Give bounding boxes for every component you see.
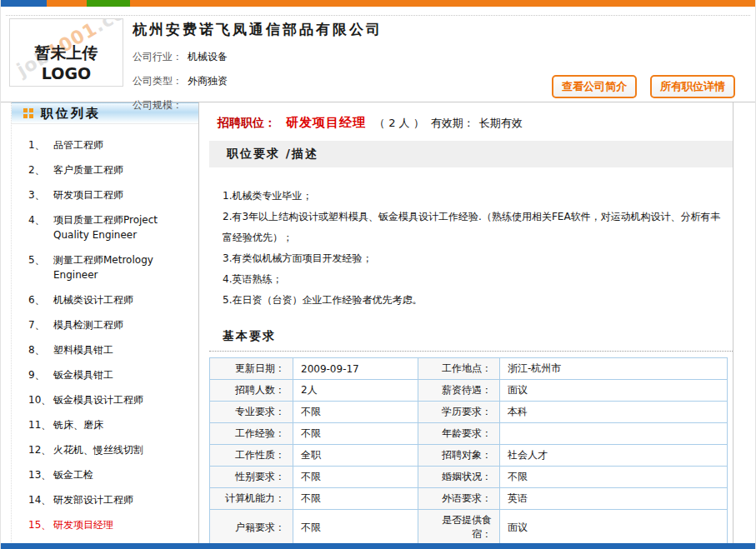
row-label-1: 户籍要求： <box>210 510 293 546</box>
top-color-bar <box>1 0 755 7</box>
job-list-item-label: 客户质量工程师 <box>53 162 123 177</box>
job-list-item-number: 13、 <box>28 467 53 482</box>
job-list-item-number: 3、 <box>28 187 53 202</box>
job-list-item-label: 铣床、磨床 <box>53 417 103 432</box>
job-list-item-number: 1、 <box>28 137 53 152</box>
job-list-item[interactable]: 2、 客户质量工程师 <box>12 157 198 182</box>
view-company-profile-button[interactable]: 查看公司简介 <box>552 75 637 98</box>
job-list-item[interactable]: 9、 钣金模具钳工 <box>12 362 198 387</box>
bottom-color-bar <box>1 543 755 549</box>
row-label-2: 年龄要求： <box>418 423 500 445</box>
row-label-2: 学历要求： <box>418 402 500 423</box>
grid-icon <box>23 106 33 122</box>
row-label-2: 工作地点： <box>418 358 500 380</box>
company-name: 杭州安费诺飞凤通信部品有限公司 <box>133 18 747 45</box>
row-label-1: 专业要求： <box>210 402 293 423</box>
job-detail-panel: 招聘职位：研发项目经理（ 2 人 ）有效期：长期有效 职位要求 /描述 1.机械… <box>199 102 733 549</box>
row-value-2: 本科 <box>500 402 728 423</box>
row-label-2: 外语要求： <box>418 488 500 510</box>
row-label-2: 婚姻状况： <box>418 467 500 488</box>
content-area: 职位列表 1、 品管工程师 2、 客户质量工程师 3、 <box>1 102 755 549</box>
company-header-buttons: 查看公司简介 所有职位详情 <box>552 75 735 98</box>
validity-value: 长期有效 <box>479 117 523 129</box>
job-list-item-number: 12、 <box>28 442 53 457</box>
top-bar-segment-orange <box>47 0 87 7</box>
row-value-2: 社会人才 <box>500 445 728 467</box>
company-field-label: 公司规模： <box>133 99 183 111</box>
row-value-1: 2009-09-17 <box>293 358 418 380</box>
job-detail-page: job1001.com 暂未上传LOGO 杭州安费诺飞凤通信部品有限公司 公司行… <box>0 0 756 549</box>
table-row: 更新日期： 2009-09-17 工作地点： 浙江-杭州市 <box>210 358 728 380</box>
job-list-item[interactable]: 13、 钣金工检 <box>12 462 198 487</box>
job-headcount: （ 2 人 ） <box>374 117 424 129</box>
row-label-1: 工作性质： <box>210 445 293 467</box>
row-value-2: 不限 <box>500 467 728 488</box>
row-value-1: 2人 <box>293 380 418 402</box>
job-list-item[interactable]: 11、 铣床、磨床 <box>12 412 198 437</box>
top-bar-segment-blue <box>1 0 47 7</box>
basic-requirements-title: 基本要求 <box>223 329 276 342</box>
all-jobs-detail-button[interactable]: 所有职位详情 <box>650 75 735 98</box>
job-list-item[interactable]: 14、 研发部设计工程师 <box>12 487 198 512</box>
row-value-2: 英语 <box>500 488 728 510</box>
company-header: job1001.com 暂未上传LOGO 杭州安费诺飞凤通信部品有限公司 公司行… <box>1 16 755 102</box>
row-value-2: 面议 <box>500 380 728 402</box>
job-list-item-label: 研发部设计工程师 <box>53 492 133 507</box>
job-list-item[interactable]: 15、 研发项目经理 <box>12 512 198 537</box>
job-list-item[interactable]: 6、 机械类设计工程师 <box>12 287 198 312</box>
job-list-item-label: 钣金模具钳工 <box>53 367 113 382</box>
job-list-item-number: 9、 <box>28 367 53 382</box>
job-list-item-number: 8、 <box>28 342 53 357</box>
company-field-value: 外商独资 <box>188 75 228 87</box>
row-value-1: 全职 <box>293 445 418 467</box>
top-bar-segment-orange-long <box>130 0 755 7</box>
table-row: 工作性质： 全职 招聘对象： 社会人才 <box>210 445 728 467</box>
job-list-sidebar: 职位列表 1、 品管工程师 2、 客户质量工程师 3、 <box>11 102 199 549</box>
job-description: 1.机械类专业毕业； 2.有3年以上结构设计或塑料模具、钣金模具设计工作经验.（… <box>209 167 733 316</box>
row-value-1: 不限 <box>293 423 418 445</box>
row-value-1: 不限 <box>293 510 418 546</box>
job-list-item-label: 研发项目经理 <box>53 517 113 532</box>
job-list-item-label: 研发项目工程师 <box>53 187 123 202</box>
row-label-2: 招聘对象： <box>418 445 500 467</box>
top-bar-segment-green <box>87 0 130 7</box>
job-list-item-number: 10、 <box>28 392 53 407</box>
row-label-2: 薪资待遇： <box>418 380 500 402</box>
company-field-label: 公司行业： <box>133 51 183 62</box>
table-row: 户籍要求： 不限 是否提供食宿： 面议 <box>210 510 728 546</box>
table-row: 工作经验： 不限 年龄要求： <box>210 423 728 445</box>
validity-label: 有效期： <box>431 117 474 129</box>
job-list-item-number: 4、 <box>28 212 53 242</box>
description-section-header: 职位要求 /描述 <box>209 141 733 167</box>
company-field-label: 公司类型： <box>133 75 183 87</box>
job-list-item-number: 7、 <box>28 317 53 332</box>
job-list-item[interactable]: 8、 塑料模具钳工 <box>12 337 198 362</box>
job-list-item-label: 测量工程师Metrology Engineer <box>53 252 195 282</box>
job-list-item[interactable]: 5、 测量工程师Metrology Engineer <box>12 247 198 287</box>
job-title-label: 招聘职位： <box>218 116 276 129</box>
company-logo-placeholder: job1001.com 暂未上传LOGO <box>9 18 123 87</box>
row-label-2: 是否提供食宿： <box>418 510 500 546</box>
job-description-line: 4.英语熟练； <box>223 269 723 290</box>
job-list-item-label: 钣金模具设计工程师 <box>53 392 143 407</box>
basic-requirements-table: 更新日期： 2009-09-17 工作地点： 浙江-杭州市 招聘人数： 2人 薪… <box>209 357 728 546</box>
row-value-2: 面议 <box>500 510 728 546</box>
job-list-item[interactable]: 3、 研发项目工程师 <box>12 182 198 207</box>
table-row: 专业要求： 不限 学历要求： 本科 <box>210 402 728 423</box>
job-list-item[interactable]: 10、 钣金模具设计工程师 <box>12 387 198 412</box>
job-list-item-label: 项目质量工程师Project Quality Engineer <box>53 212 195 242</box>
job-list-item[interactable]: 7、 模具检测工程师 <box>12 312 198 337</box>
company-field-value: 机械设备 <box>188 51 228 62</box>
row-value-2 <box>500 423 728 445</box>
company-info: 杭州安费诺飞凤通信部品有限公司 公司行业：机械设备 公司类型：外商独资 公司规模… <box>133 17 747 117</box>
job-list-item[interactable]: 12、 火花机、慢丝线切割 <box>12 437 198 462</box>
basic-requirements-header: 基本要求 <box>209 327 733 352</box>
job-list-item-label: 火花机、慢丝线切割 <box>53 442 143 457</box>
job-list-item[interactable]: 1、 品管工程师 <box>12 132 198 157</box>
row-label-1: 工作经验： <box>210 423 293 445</box>
dotted-divider <box>6 9 750 16</box>
job-list-item[interactable]: 4、 项目质量工程师Project Quality Engineer <box>12 207 198 247</box>
row-value-1: 不限 <box>293 467 418 488</box>
table-row: 性别要求： 不限 婚姻状况： 不限 <box>210 467 728 488</box>
job-description-line: 5.在日资（台资）企业工作经验者优先考虑。 <box>223 290 723 311</box>
